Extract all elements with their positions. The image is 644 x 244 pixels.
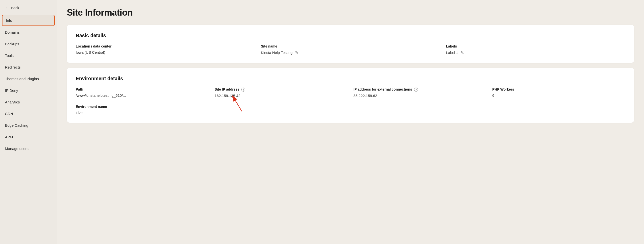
external-ip-col: IP address for external connections ? 35… (354, 87, 486, 98)
sidebar-item-analytics[interactable]: Analytics (0, 96, 57, 108)
environment-details-title: Environment details (76, 76, 625, 82)
sidebar-nav: Info Domains Backups Tools Redirects The… (0, 14, 57, 244)
sidebar: ← Back Info Domains Backups Tools Redire… (0, 0, 57, 244)
back-button[interactable]: ← Back (0, 0, 57, 14)
basic-details-grid: Location / data center Iowa (US Central)… (76, 44, 625, 55)
page-title: Site Information (67, 8, 634, 18)
sidebar-item-ip-deny[interactable]: IP Deny (0, 85, 57, 96)
basic-details-title: Basic details (76, 33, 625, 38)
site-ip-info-icon[interactable]: ? (241, 88, 245, 92)
path-col: Path /www/kinstahelptesting_610/... (76, 87, 209, 98)
env-name-value: Live (76, 110, 625, 115)
location-label: Location / data center (76, 44, 255, 48)
external-ip-value: 35.222.159.62 (354, 94, 486, 98)
sidebar-item-redirects[interactable]: Redirects (0, 62, 57, 73)
sidebar-item-domains[interactable]: Domains (0, 27, 57, 38)
site-name-col: Site name Kinsta Help Testing ✎ (261, 44, 440, 55)
external-ip-info-icon[interactable]: ? (414, 88, 418, 92)
php-workers-col: PHP Workers 6 (492, 87, 625, 98)
external-ip-label: IP address for external connections ? (354, 87, 486, 92)
path-label: Path (76, 87, 209, 91)
basic-details-card: Basic details Location / data center Iow… (67, 25, 634, 63)
location-col: Location / data center Iowa (US Central) (76, 44, 255, 55)
site-ip-col: Site IP address ? 162.159.135.42 (214, 87, 348, 98)
php-workers-value: 6 (492, 93, 625, 98)
labels-col: Labels Label 1 ✎ (446, 44, 625, 55)
labels-label: Labels (446, 44, 625, 48)
back-arrow-icon: ← (5, 6, 9, 10)
environment-details-grid: Path /www/kinstahelptesting_610/... Site… (76, 87, 625, 98)
sidebar-item-info[interactable]: Info (2, 15, 55, 26)
site-name-row: Kinsta Help Testing ✎ (261, 50, 440, 55)
env-name-label: Environment name (76, 105, 625, 109)
main-content: Site Information Basic details Location … (57, 0, 644, 244)
back-label: Back (11, 6, 19, 10)
site-name-label: Site name (261, 44, 440, 48)
path-value: /www/kinstahelptesting_610/... (76, 93, 209, 98)
labels-row: Label 1 ✎ (446, 50, 625, 55)
sidebar-item-themes-plugins[interactable]: Themes and Plugins (0, 73, 57, 84)
sidebar-item-manage-users[interactable]: Manage users (0, 143, 57, 154)
location-value: Iowa (US Central) (76, 50, 255, 54)
php-workers-label: PHP Workers (492, 87, 625, 91)
sidebar-item-backups[interactable]: Backups (0, 38, 57, 50)
labels-edit-icon[interactable]: ✎ (460, 50, 464, 55)
site-ip-label: Site IP address ? (214, 87, 348, 92)
environment-details-card: Environment details Path /www/kinstahelp… (67, 68, 634, 123)
env-name-row: Environment name Live (76, 105, 625, 115)
site-name-edit-icon[interactable]: ✎ (295, 50, 298, 55)
sidebar-item-tools[interactable]: Tools (0, 50, 57, 61)
site-name-value: Kinsta Help Testing (261, 50, 292, 55)
sidebar-item-apm[interactable]: APM (0, 132, 57, 142)
labels-value: Label 1 (446, 50, 458, 55)
sidebar-item-cdn[interactable]: CDN (0, 108, 57, 119)
site-ip-value: 162.159.135.42 (214, 94, 348, 98)
sidebar-item-edge-caching[interactable]: Edge Caching (0, 120, 57, 131)
